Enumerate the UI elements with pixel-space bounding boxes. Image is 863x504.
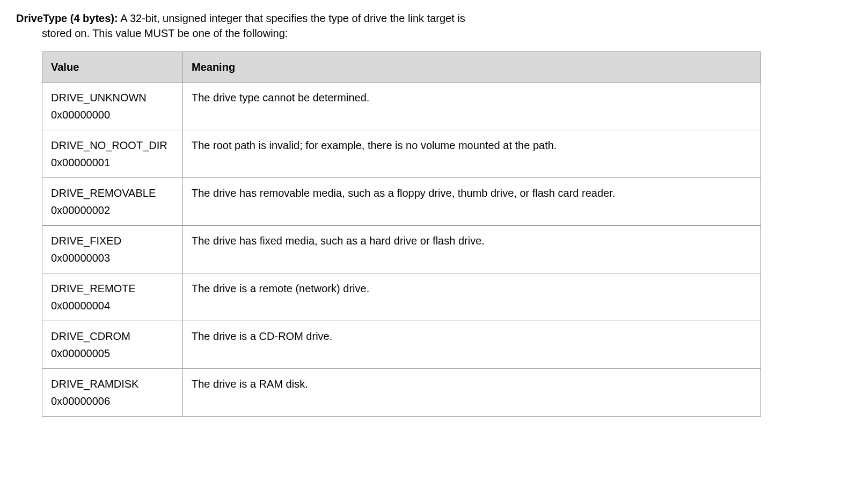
table-row: DRIVE_NO_ROOT_DIR 0x00000001 The root pa… — [42, 130, 761, 178]
value-name: DRIVE_REMOTE — [51, 281, 174, 296]
meaning-cell: The drive is a remote (network) drive. — [183, 273, 761, 321]
value-cell: DRIVE_REMOTE 0x00000004 — [42, 273, 183, 321]
meaning-cell: The drive has fixed media, such as a har… — [183, 226, 761, 273]
value-hex: 0x00000006 — [51, 394, 174, 409]
value-cell: DRIVE_UNKNOWN 0x00000000 — [42, 83, 183, 130]
value-hex: 0x00000004 — [51, 298, 174, 313]
field-desc-line1: A 32-bit, unsigned integer that specifie… — [118, 12, 465, 24]
field-description: DriveType (4 bytes): A 32-bit, unsigned … — [16, 11, 847, 41]
drivetype-table-wrapper: Value Meaning DRIVE_UNKNOWN 0x00000000 T… — [42, 51, 847, 417]
value-cell: DRIVE_REMOVABLE 0x00000002 — [42, 178, 183, 226]
value-hex: 0x00000003 — [51, 250, 174, 265]
table-row: DRIVE_FIXED 0x00000003 The drive has fix… — [42, 226, 761, 273]
value-hex: 0x00000000 — [51, 107, 174, 122]
value-cell: DRIVE_CDROM 0x00000005 — [42, 321, 183, 369]
header-meaning: Meaning — [183, 52, 761, 83]
drivetype-table: Value Meaning DRIVE_UNKNOWN 0x00000000 T… — [42, 51, 761, 417]
field-name: DriveType (4 bytes): — [16, 12, 118, 24]
value-name: DRIVE_CDROM — [51, 329, 174, 344]
meaning-cell: The drive is a RAM disk. — [183, 369, 761, 417]
value-name: DRIVE_FIXED — [51, 233, 174, 248]
value-name: DRIVE_REMOVABLE — [51, 186, 174, 201]
meaning-cell: The drive is a CD-ROM drive. — [183, 321, 761, 369]
table-row: DRIVE_CDROM 0x00000005 The drive is a CD… — [42, 321, 761, 369]
value-hex: 0x00000002 — [51, 203, 174, 218]
value-cell: DRIVE_FIXED 0x00000003 — [42, 226, 183, 273]
table-row: DRIVE_REMOTE 0x00000004 The drive is a r… — [42, 273, 761, 321]
field-desc-line2: stored on. This value MUST be one of the… — [42, 26, 847, 41]
table-row: DRIVE_RAMDISK 0x00000006 The drive is a … — [42, 369, 761, 417]
table-row: DRIVE_UNKNOWN 0x00000000 The drive type … — [42, 83, 761, 130]
meaning-cell: The root path is invalid; for example, t… — [183, 130, 761, 178]
value-hex: 0x00000001 — [51, 155, 174, 170]
value-name: DRIVE_UNKNOWN — [51, 90, 174, 105]
table-row: DRIVE_REMOVABLE 0x00000002 The drive has… — [42, 178, 761, 226]
value-hex: 0x00000005 — [51, 346, 174, 361]
header-value: Value — [42, 52, 183, 83]
value-name: DRIVE_RAMDISK — [51, 376, 174, 391]
value-name: DRIVE_NO_ROOT_DIR — [51, 138, 174, 153]
meaning-cell: The drive type cannot be determined. — [183, 83, 761, 130]
value-cell: DRIVE_NO_ROOT_DIR 0x00000001 — [42, 130, 183, 178]
meaning-cell: The drive has removable media, such as a… — [183, 178, 761, 226]
value-cell: DRIVE_RAMDISK 0x00000006 — [42, 369, 183, 417]
table-header-row: Value Meaning — [42, 52, 761, 83]
